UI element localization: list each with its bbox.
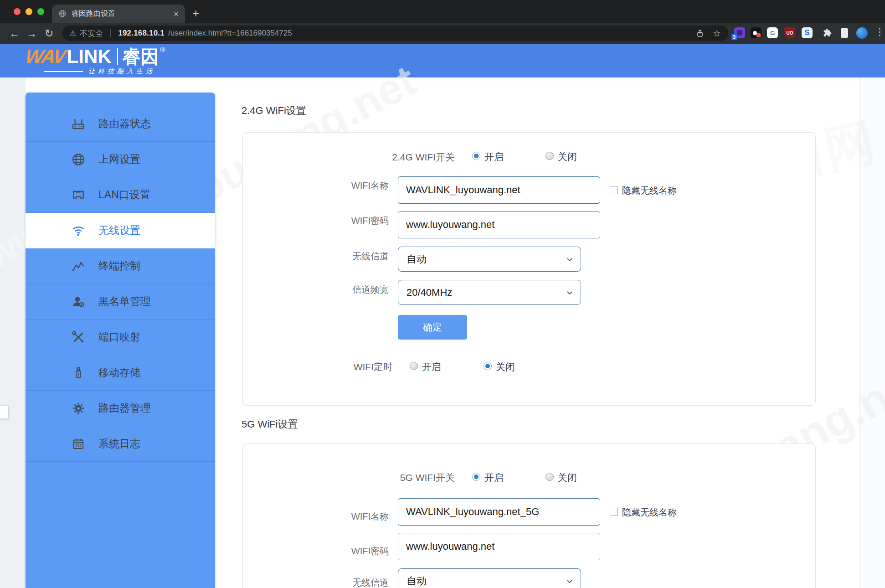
section-title-5g: 5G WiFi设置	[242, 418, 298, 431]
wifi5-switch-off-radio[interactable]	[545, 473, 554, 481]
wifi5-name-label: WIFI名称	[307, 511, 389, 523]
wifi24-switch-on-radio[interactable]	[472, 152, 480, 160]
sidebar-item-terminal-control[interactable]: 终端控制	[26, 248, 215, 284]
globe-favicon-icon	[58, 10, 67, 18]
translate-icon[interactable]: G	[766, 26, 779, 40]
reload-button[interactable]: ↻	[45, 26, 53, 40]
browser-tab-bar: 睿因路由设置 × +	[0, 0, 885, 23]
blacklist-user-icon	[71, 294, 86, 309]
router-icon	[71, 117, 86, 131]
wifi24-switch-off-radio[interactable]	[545, 152, 554, 160]
logo-wav: WAV	[24, 46, 67, 67]
wifi24-confirm-button[interactable]: 确定	[398, 315, 467, 340]
wifi24-switch-label: 2.4G WIFI开关	[348, 151, 455, 164]
sidebar-nav: 路由器状态 上网设置 LAN口设置 无线设置 终端控制 黑名单管理 端口映射	[26, 93, 215, 588]
logo-cn: 睿因	[123, 46, 159, 67]
forward-button[interactable]: →	[26, 26, 37, 40]
wifi-icon	[71, 223, 86, 238]
tab-title: 睿因路由设置	[72, 9, 169, 19]
wifi5-hide-ssid-checkbox[interactable]	[610, 508, 618, 516]
password-manager-icon[interactable]	[749, 26, 763, 40]
reading-list-icon[interactable]	[838, 26, 851, 40]
omnibox-divider	[110, 29, 111, 37]
purple-extension-icon[interactable]: 3	[733, 26, 746, 40]
sidebar-item-router-management[interactable]: 路由器管理	[26, 391, 215, 426]
wifi24-bandwidth-label: 信道频宽	[307, 284, 389, 296]
floating-widget[interactable]	[0, 405, 8, 419]
new-tab-button[interactable]: +	[192, 7, 199, 19]
sidebar-item-blacklist[interactable]: 黑名单管理	[26, 284, 215, 320]
bookmark-star-icon[interactable]: ☆	[713, 28, 721, 39]
left-margin-strip	[0, 77, 26, 588]
not-secure-warning-icon: ⚠	[69, 29, 76, 38]
system-log-icon	[71, 437, 86, 451]
tagline-dash	[44, 71, 83, 72]
sidebar-item-wireless-settings[interactable]: 无线设置	[26, 213, 215, 248]
chevron-down-icon	[566, 256, 573, 263]
usb-storage-icon	[71, 366, 86, 380]
wifi24-name-label: WIFI名称	[307, 180, 389, 192]
wifi24-switch-off-label[interactable]: 关闭	[558, 150, 577, 163]
globe-icon	[71, 152, 86, 167]
url-path: /user/index.html?tt=1661690354725	[168, 29, 292, 38]
sidebar-item-port-mapping[interactable]: 端口映射	[26, 320, 215, 355]
wifi24-hide-ssid-label[interactable]: 隐藏无线名称	[622, 185, 677, 197]
wifi24-switch-on-label[interactable]: 开启	[484, 150, 504, 163]
extension-badge: 3	[731, 34, 737, 40]
browser-menu-icon[interactable]: ⋮	[875, 25, 885, 39]
logo-link: LINK	[67, 46, 112, 67]
ublock-icon[interactable]: UO	[783, 26, 797, 40]
wifi5-switch-on-label[interactable]: 开启	[484, 471, 504, 484]
wifi24-bandwidth-select[interactable]: 20/40MHz	[398, 280, 581, 305]
wifi24-name-input[interactable]	[398, 176, 600, 204]
session-icon[interactable]: S	[800, 26, 814, 40]
wifi5-switch-off-label[interactable]: 关闭	[558, 471, 577, 484]
section-title-24g: 2.4G WiFi设置	[242, 104, 306, 118]
address-bar[interactable]: ⚠ 不安全 192.168.10.1 /user/index.html?tt=1…	[62, 26, 728, 41]
wifi24-timer-on-label[interactable]: 开启	[422, 361, 441, 373]
registered-mark: ®	[160, 46, 165, 53]
logo-tagline: 让科技融入生活	[44, 67, 155, 76]
share-icon[interactable]	[695, 29, 705, 38]
wifi24-timer-on-radio[interactable]	[410, 362, 418, 370]
profile-avatar[interactable]	[855, 26, 869, 40]
wifi5-switch-on-radio[interactable]	[472, 473, 480, 481]
wifi5-password-label: WIFI密码	[307, 545, 389, 557]
sidebar-item-lan-settings[interactable]: LAN口设置	[26, 177, 215, 213]
chevron-down-icon	[566, 578, 573, 585]
wifi5-name-input[interactable]	[398, 498, 600, 526]
window-minimize-button[interactable]	[26, 8, 32, 15]
wavlink-logo: WAV LINK 睿因 ®	[26, 46, 165, 67]
extensions-puzzle-icon[interactable]	[820, 26, 834, 40]
sidebar-item-usb-storage[interactable]: 移动存储	[26, 355, 215, 391]
wifi24-hide-ssid-checkbox[interactable]	[610, 186, 618, 194]
wifi5-hide-ssid-label[interactable]: 隐藏无线名称	[622, 506, 677, 519]
back-button[interactable]: ←	[9, 26, 20, 40]
wifi24-channel-label: 无线信道	[307, 250, 389, 263]
not-secure-label[interactable]: 不安全	[80, 28, 103, 39]
wifi5-channel-select[interactable]: 自动	[398, 568, 581, 588]
wifi24-timer-off-label[interactable]: 关闭	[496, 361, 515, 373]
right-margin-strip	[859, 77, 885, 588]
browser-tab[interactable]: 睿因路由设置 ×	[52, 5, 185, 23]
wifi24-timer-off-radio[interactable]	[484, 362, 492, 370]
sidebar-item-system-log[interactable]: 系统日志	[26, 426, 215, 462]
window-close-button[interactable]	[14, 8, 21, 15]
wifi5-channel-label: 无线信道	[307, 577, 389, 588]
panel-24g: 2.4G WIFI开关 开启 关闭 WIFI名称 隐藏无线名称 WIFI密码 无…	[242, 132, 816, 406]
window-zoom-button[interactable]	[37, 8, 44, 15]
sidebar-item-internet-settings[interactable]: 上网设置	[26, 142, 215, 177]
tab-close-icon[interactable]: ×	[174, 10, 179, 18]
wifi5-password-input[interactable]	[398, 533, 600, 560]
line-chart-icon	[71, 259, 86, 273]
wifi24-channel-select[interactable]: 自动	[398, 247, 581, 272]
site-header: WAV LINK 睿因 ® 让科技融入生活	[0, 44, 885, 77]
lan-port-icon	[71, 188, 86, 202]
panel-5g: 5G WIFI开关 开启 关闭 WIFI名称 隐藏无线名称 WIFI密码 无线信…	[242, 444, 816, 588]
wifi24-password-label: WIFI密码	[307, 215, 389, 227]
chevron-down-icon	[566, 289, 573, 296]
sidebar-item-router-status[interactable]: 路由器状态	[26, 106, 215, 142]
wifi5-switch-label: 5G WIFI开关	[348, 471, 455, 484]
wifi24-password-input[interactable]	[398, 211, 600, 238]
wifi24-timer-label: WIFI定时	[318, 361, 393, 373]
